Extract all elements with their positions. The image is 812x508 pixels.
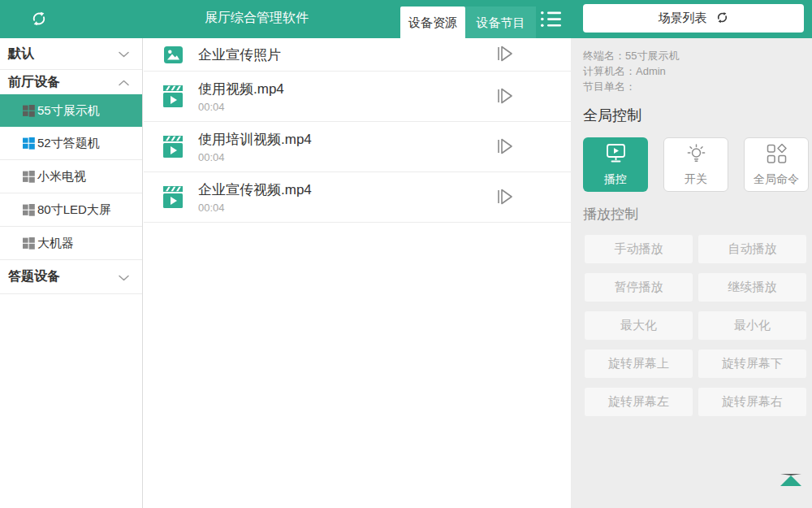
media-resource-list: 企业宣传照片 使用视频.mp4 00:04 <box>144 38 571 508</box>
sidebar-item-55inch-display[interactable]: 55寸展示机 <box>0 94 142 127</box>
play-button[interactable] <box>492 43 516 66</box>
scroll-top-icon[interactable] <box>780 474 801 486</box>
top-bar: 展厅综合管理软件 设备资源 设备节目 场景列表 <box>0 0 812 38</box>
play-outline-icon <box>493 54 516 67</box>
device-label: 大机器 <box>37 236 74 251</box>
monitor-play-icon <box>603 143 628 167</box>
device-label: 小米电视 <box>37 169 86 185</box>
list-icon <box>540 19 562 31</box>
chevron-down-icon <box>119 46 129 61</box>
sync-icon <box>30 18 48 30</box>
group-label: 答题设备 <box>8 268 60 285</box>
command-grid-icon <box>766 143 788 167</box>
playback-control-heading: 播放控制 <box>583 205 812 224</box>
windows-logo-icon <box>23 137 35 150</box>
playback-control-buttons: 手动播放 自动播放 暂停播放 继续播放 最大化 最小化 旋转屏幕上 旋转屏幕下 … <box>585 235 812 416</box>
tab-device-resources[interactable]: 设备资源 <box>400 7 465 38</box>
media-row-photo[interactable]: 企业宣传照片 <box>144 38 571 72</box>
computer-name-value: Admin <box>636 65 666 77</box>
group-label: 默认 <box>8 46 34 63</box>
image-file-icon <box>163 46 183 63</box>
media-title: 企业宣传照片 <box>198 46 281 64</box>
video-file-icon <box>163 186 183 208</box>
play-button[interactable] <box>492 85 516 108</box>
computer-name-line: 计算机名：Admin <box>583 63 812 79</box>
device-control-panel: 终端名：55寸展示机 计算机名：Admin 节目单名： 全局控制 播控 <box>571 38 812 508</box>
terminal-name-line: 终端名：55寸展示机 <box>583 48 812 63</box>
sidebar-item-big-machine[interactable]: 大机器 <box>0 227 142 260</box>
rotate-screen-down-button[interactable]: 旋转屏幕下 <box>698 350 806 378</box>
global-command-button[interactable]: 全局命令 <box>744 137 809 192</box>
device-tree-sidebar: 默认 前厅设备 55寸展示机 52寸答题机 小米电视 80寸LED大屏 <box>0 38 143 508</box>
media-title: 使用培训视频.mp4 <box>198 130 312 149</box>
chevron-down-icon <box>119 270 129 284</box>
play-outline-icon <box>493 147 516 159</box>
sidebar-item-80inch-led[interactable]: 80寸LED大屏 <box>0 193 142 227</box>
media-duration: 00:04 <box>198 151 312 163</box>
play-button[interactable] <box>492 186 516 209</box>
media-duration: 00:04 <box>198 202 312 214</box>
windows-logo-icon <box>23 204 35 216</box>
playlist-name-line: 节目单名： <box>583 79 812 94</box>
sidebar-item-xiaomi-tv[interactable]: 小米电视 <box>0 160 142 193</box>
button-label: 开关 <box>685 172 707 187</box>
windows-logo-icon <box>23 171 35 183</box>
global-control-heading: 全局控制 <box>583 106 812 125</box>
rotate-screen-right-button[interactable]: 旋转屏幕右 <box>698 388 806 416</box>
play-button[interactable] <box>492 136 516 158</box>
device-label: 52寸答题机 <box>37 136 100 151</box>
group-label: 前厅设备 <box>8 74 60 91</box>
device-label: 80寸LED大屏 <box>37 202 111 218</box>
resume-play-button[interactable]: 继续播放 <box>698 273 806 302</box>
media-row-video[interactable]: 企业宣传视频.mp4 00:04 <box>144 172 571 223</box>
sync-button[interactable] <box>29 10 49 29</box>
play-outline-icon <box>493 198 516 210</box>
media-duration: 00:04 <box>198 101 284 113</box>
scene-list-button[interactable]: 场景列表 <box>583 4 804 33</box>
play-outline-icon <box>493 97 516 109</box>
rotate-screen-up-button[interactable]: 旋转屏幕上 <box>585 350 693 378</box>
rotate-screen-left-button[interactable]: 旋转屏幕左 <box>585 388 693 416</box>
terminal-name-value: 55寸展示机 <box>625 50 679 62</box>
sidebar-item-52inch-quiz[interactable]: 52寸答题机 <box>0 127 142 160</box>
windows-logo-icon <box>23 105 35 117</box>
sidebar-group-quiz-devices[interactable]: 答题设备 <box>0 260 142 294</box>
power-switch-button[interactable]: 开关 <box>663 137 728 192</box>
sidebar-group-front-hall[interactable]: 前厅设备 <box>0 70 142 94</box>
media-title: 企业宣传视频.mp4 <box>198 180 312 199</box>
tab-device-programs[interactable]: 设备节目 <box>465 7 536 38</box>
sidebar-group-default[interactable]: 默认 <box>0 38 142 70</box>
lightbulb-icon <box>685 143 707 167</box>
windows-logo-icon <box>23 237 35 250</box>
maximize-button[interactable]: 最大化 <box>585 311 693 340</box>
scene-list-label: 场景列表 <box>659 11 707 26</box>
chevron-up-icon <box>119 75 129 89</box>
media-row-video[interactable]: 使用培训视频.mp4 00:04 <box>144 122 571 172</box>
media-title: 使用视频.mp4 <box>198 80 284 98</box>
button-label: 播控 <box>604 172 627 187</box>
global-control-buttons: 播控 开关 全局命令 <box>583 137 812 192</box>
video-file-icon <box>163 85 183 107</box>
pause-play-button[interactable]: 暂停播放 <box>585 273 693 302</box>
device-label: 55寸展示机 <box>37 103 100 119</box>
button-label: 全局命令 <box>754 172 799 187</box>
broadcast-control-button[interactable]: 播控 <box>583 137 648 192</box>
auto-play-button[interactable]: 自动播放 <box>698 235 806 263</box>
manual-play-button[interactable]: 手动播放 <box>585 235 693 263</box>
media-row-video[interactable]: 使用视频.mp4 00:04 <box>144 72 571 122</box>
minimize-button[interactable]: 最小化 <box>698 311 806 340</box>
app-title: 展厅综合管理软件 <box>205 0 309 36</box>
refresh-icon <box>715 11 729 27</box>
video-file-icon <box>163 136 183 158</box>
list-menu-button[interactable] <box>539 10 562 29</box>
